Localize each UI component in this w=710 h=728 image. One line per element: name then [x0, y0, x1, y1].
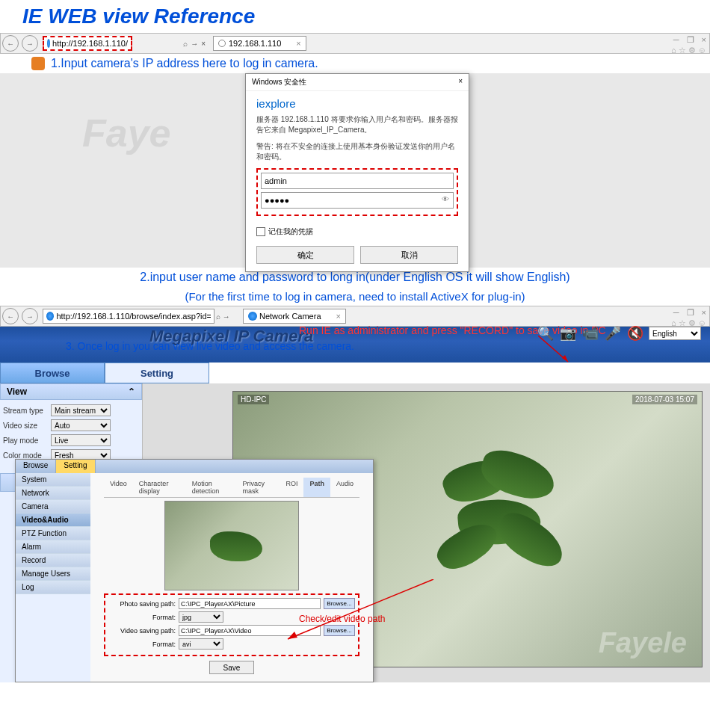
sidebar-item-camera[interactable]: Camera — [16, 500, 90, 513]
close-window-icon[interactable]: × — [702, 308, 706, 318]
play-select[interactable]: Live — [51, 434, 111, 446]
video-toolbar: 🔍 📷 📹 🎤 🔇 English — [537, 324, 701, 342]
page-title: IE WEB view Reference — [0, 0, 710, 33]
subtab-path[interactable]: Path — [303, 478, 330, 497]
window-controls: ─❐× — [673, 308, 706, 318]
remember-row[interactable]: 记住我的凭据 — [246, 222, 469, 241]
ie-icon — [47, 39, 50, 48]
subtab-privacy[interactable]: Privacy mask — [237, 478, 280, 497]
sidebar-item-videoaudio[interactable]: Video&Audio — [16, 513, 90, 527]
language-select[interactable]: English — [649, 327, 701, 340]
ie-icon — [46, 312, 54, 321]
maximize-icon[interactable]: ❐ — [687, 35, 694, 45]
stream-label: Stream type — [3, 407, 51, 415]
sidebar-item-log[interactable]: Log — [16, 581, 90, 594]
close-window-icon[interactable]: × — [702, 35, 706, 45]
fwd-icon[interactable]: → — [22, 308, 38, 324]
fwd-icon[interactable]: → — [22, 35, 38, 52]
url-input-1[interactable]: http://192.168.1.110/ — [43, 36, 132, 51]
tab-label: 192.168.1.110 — [229, 39, 281, 48]
video-timestamp: 2018-07-03 15:07 — [632, 395, 697, 404]
popup-sidemenu: System Network Camera Video&Audio PTZ Fu… — [16, 473, 90, 682]
auth-dialog: Windows 安全性× iexplore 服务器 192.168.1.110 … — [245, 73, 469, 272]
annotation-3: 3. Once log in you can view live video a… — [66, 340, 354, 352]
close-icon[interactable]: × — [296, 39, 300, 48]
annotation-path: Check/edit video path — [299, 614, 385, 624]
popup-tab-setting[interactable]: Setting — [56, 460, 95, 473]
browse-button[interactable]: Browse... — [324, 598, 355, 609]
record-icon[interactable]: 📹 — [581, 324, 599, 342]
popup-tab-browse[interactable]: Browse — [16, 460, 56, 473]
back-icon[interactable]: ← — [2, 308, 19, 324]
color-label: Color mode — [3, 451, 51, 460]
avatar-icon — [31, 57, 45, 70]
subtab-roi[interactable]: ROI — [280, 478, 303, 497]
close-icon[interactable]: × — [336, 312, 341, 321]
video-path-label: Video saving path: — [108, 627, 176, 635]
video-format-select[interactable]: avi — [179, 638, 223, 650]
tab-browse[interactable]: Browse — [0, 363, 105, 383]
browse-button[interactable]: Browse... — [324, 625, 355, 636]
paths-highlight: Photo saving path:Browse... Format:jpg V… — [104, 593, 359, 656]
eye-icon[interactable]: 👁 — [442, 195, 449, 203]
watermark-2: Fayele — [599, 627, 687, 659]
video-path-input[interactable] — [179, 625, 321, 636]
search-area[interactable]: ⌕ → × — [134, 40, 209, 48]
format-label: Format: — [108, 641, 176, 648]
video-label: HD-IPC — [238, 395, 269, 404]
sidebar-item-record[interactable]: Record — [16, 554, 90, 567]
popup-tabs: Browse Setting — [16, 460, 373, 473]
save-button[interactable]: Save — [209, 661, 254, 674]
cancel-button[interactable]: 取消 — [360, 246, 458, 264]
photo-path-input[interactable] — [179, 598, 321, 609]
sidebar-item-alarm[interactable]: Alarm — [16, 540, 90, 554]
annotation-1: 1.Input camera's IP address here to log … — [0, 54, 710, 73]
camera-tabs: Browse Setting — [0, 363, 710, 383]
browser-tab-1[interactable]: 192.168.1.110× — [213, 36, 306, 51]
tab-setting[interactable]: Setting — [105, 363, 209, 383]
auth-msg1: 服务器 192.168.1.110 将要求你输入用户名和密码。服务器报告它来自 … — [256, 114, 458, 135]
browser-extras: ⌂ ☆ ⚙ ☺ — [671, 46, 706, 55]
sidebar-item-system[interactable]: System — [16, 473, 90, 487]
zoom-icon[interactable]: 🔍 — [537, 324, 555, 342]
ok-button[interactable]: 确定 — [256, 246, 354, 264]
mute-icon[interactable]: 🔇 — [626, 324, 644, 342]
watermark-1: Faye — [82, 111, 171, 155]
svg-marker-1 — [562, 355, 568, 362]
popup-main: Video Character display Motion detection… — [90, 473, 373, 682]
checkbox-icon[interactable] — [256, 227, 265, 236]
subtab-motion[interactable]: Motion detection — [186, 478, 237, 497]
ie-icon — [248, 312, 257, 321]
settings-popup: Browse Setting System Network Camera Vid… — [15, 459, 374, 682]
photo-path-label: Photo saving path: — [108, 600, 176, 608]
subtab-chardisp[interactable]: Character display — [133, 478, 186, 497]
url-input-2[interactable]: http://192.168.1.110/browse/index.asp?id… — [43, 309, 214, 324]
subtab-audio[interactable]: Audio — [330, 478, 359, 497]
url-text: http://192.168.1.110/ — [52, 39, 128, 48]
mic-icon[interactable]: 🎤 — [604, 324, 622, 342]
back-icon[interactable]: ← — [2, 35, 19, 52]
browser-tab-2[interactable]: Network Camera× — [243, 309, 346, 324]
username-field[interactable] — [261, 173, 454, 189]
password-field[interactable] — [261, 192, 454, 209]
window-controls: ─ ❐ × — [673, 35, 706, 45]
sidebar-item-ptz[interactable]: PTZ Function — [16, 527, 90, 540]
stream-select[interactable]: Main stream — [51, 404, 111, 416]
size-label: Video size — [3, 422, 51, 430]
close-icon[interactable]: × — [458, 77, 463, 87]
snapshot-icon[interactable]: 📷 — [559, 324, 577, 342]
chevron-icon: ⌃ — [128, 386, 135, 397]
minimize-icon[interactable]: ─ — [673, 35, 679, 45]
view-section[interactable]: View⌃ — [0, 383, 142, 400]
page-body-1: Faye Windows 安全性× iexplore 服务器 192.168.1… — [0, 73, 710, 268]
preview-thumb — [164, 501, 299, 590]
maximize-icon[interactable]: ❐ — [687, 308, 694, 318]
subtab-video[interactable]: Video — [104, 478, 133, 497]
minimize-icon[interactable]: ─ — [673, 308, 679, 318]
sidebar-item-network[interactable]: Network — [16, 487, 90, 500]
sidebar-item-users[interactable]: Manage Users — [16, 567, 90, 581]
auth-title: Windows 安全性 — [252, 77, 306, 87]
size-select[interactable]: Auto — [51, 419, 111, 431]
search-area[interactable]: ⌕ → — [216, 312, 238, 321]
photo-format-select[interactable]: jpg — [179, 611, 223, 623]
